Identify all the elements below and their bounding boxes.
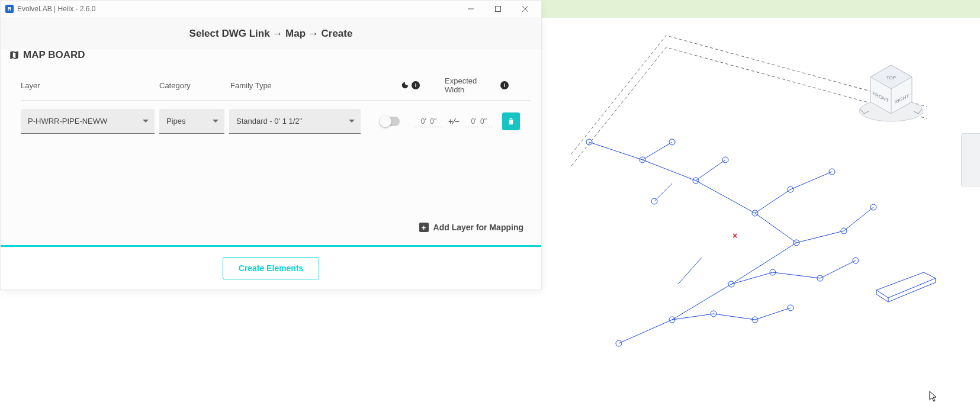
maximize-button[interactable]: [484, 1, 512, 17]
error-marker: ×: [732, 231, 737, 240]
header-family: Family Type: [230, 81, 367, 90]
viewcube-top-label[interactable]: TOP: [886, 75, 896, 81]
header-category: Category: [159, 81, 230, 90]
width-input-a[interactable]: [415, 116, 442, 127]
header-width: Expected Width i: [420, 76, 509, 94]
add-layer-label: Add Layer for Mapping: [433, 223, 523, 232]
title-bar: R EvolveLAB | Helix - 2.6.0: [1, 1, 541, 17]
mapping-row: P-HWRR-PIPE-NEWW Pipes Standard - 0' 1 1…: [21, 101, 531, 134]
close-button[interactable]: [512, 1, 539, 17]
app-icon: R: [5, 5, 14, 13]
cursor-icon: [929, 391, 939, 406]
close-icon: [522, 6, 528, 12]
layer-dropdown[interactable]: P-HWRR-PIPE-NEWW: [21, 109, 155, 134]
plus-minus-icon: +⁄−: [448, 117, 460, 126]
slab-geometry: [873, 269, 939, 305]
add-layer-button[interactable]: + Add Layer for Mapping: [1, 134, 541, 243]
map-icon: [9, 50, 20, 60]
window-title: EvolveLAB | Helix - 2.6.0: [17, 5, 96, 13]
delete-row-button[interactable]: [502, 112, 520, 130]
layer-value: P-HWRR-PIPE-NEWW: [28, 117, 107, 126]
header-night: i: [367, 81, 420, 89]
helix-dialog: R EvolveLAB | Helix - 2.6.0 Select DWG L…: [0, 0, 542, 290]
trash-icon: [507, 117, 515, 126]
model-viewport[interactable]: × TOP FRONT RIGHT: [542, 18, 980, 415]
svg-rect-22: [496, 7, 501, 12]
category-value: Pipes: [166, 117, 186, 126]
piping-geometry: [577, 124, 885, 373]
chevron-down-icon: [143, 120, 149, 126]
section-title: MAP BOARD: [1, 49, 541, 68]
header-width-label: Expected Width: [445, 76, 498, 94]
header-layer: Layer: [21, 81, 159, 90]
workflow-heading: Select DWG Link → Map → Create: [1, 17, 541, 49]
view-cube[interactable]: TOP FRONT RIGHT: [856, 54, 927, 126]
create-elements-button[interactable]: Create Elements: [223, 257, 320, 279]
navbar-right[interactable]: [961, 133, 980, 186]
width-input-b[interactable]: [465, 116, 493, 127]
info-icon[interactable]: i: [500, 81, 509, 89]
family-value: Standard - 0' 1 1/2": [236, 117, 302, 126]
minimize-icon: [468, 6, 474, 12]
minimize-button[interactable]: [457, 1, 484, 17]
column-headers: Layer Category Family Type i Expected Wi…: [21, 68, 531, 101]
maximize-icon: [495, 6, 501, 12]
family-dropdown[interactable]: Standard - 0' 1 1/2": [229, 109, 361, 134]
info-icon[interactable]: i: [412, 81, 420, 89]
chevron-down-icon: [349, 120, 355, 126]
chevron-down-icon: [213, 120, 219, 126]
section-label: MAP BOARD: [23, 49, 85, 61]
toggle-switch[interactable]: [380, 117, 400, 126]
plus-icon: +: [419, 223, 429, 232]
moon-icon: [401, 81, 409, 89]
category-dropdown[interactable]: Pipes: [159, 109, 224, 134]
